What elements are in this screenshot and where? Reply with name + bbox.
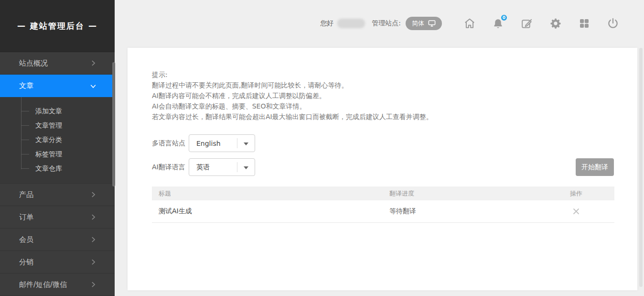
username-redacted [337, 19, 365, 28]
chevron-right-icon [90, 60, 97, 66]
tip-line: 若文章内容过长，翻译结果可能会超出AI最大输出窗口而被截断，完成后建议人工查看并… [152, 111, 433, 122]
start-translate-button[interactable]: 开始翻译 [576, 158, 614, 176]
sidebar-item-label: 会员 [19, 235, 33, 244]
site-language-pill[interactable]: 简体 [406, 17, 442, 30]
submenu-item-tag-manage[interactable]: 标签管理 [0, 147, 115, 161]
greeting-label: 您好 [320, 19, 333, 28]
sidebar-item-orders[interactable]: 订单 [0, 206, 115, 229]
chevron-right-icon [90, 214, 97, 220]
main-panel: 提示: 翻译过程中请不要关闭此页面,翻译时间可能比较长，请耐心等待。 AI翻译内… [128, 48, 637, 290]
select-divider [237, 138, 237, 148]
close-icon[interactable] [571, 206, 581, 217]
gear-icon[interactable] [549, 17, 562, 30]
monitor-icon [428, 20, 436, 27]
col-title: 标题 [152, 189, 389, 198]
chevron-right-icon [90, 191, 97, 198]
lang-pill-label: 简体 [412, 19, 424, 28]
page-scrollbar[interactable] [639, 48, 643, 287]
submenu-item-add-article[interactable]: 添加文章 [0, 104, 115, 118]
submenu-item-article-category[interactable]: 文章分类 [0, 132, 115, 147]
sidebar: — 建站管理后台 — 站点概况 文章 添加文章 文章管理 文章分类 标签管理 文… [0, 0, 115, 296]
app-title: — 建站管理后台 — [0, 0, 115, 52]
tip-line: 翻译过程中请不要关闭此页面,翻译时间可能比较长，请耐心等待。 [152, 80, 433, 90]
sidebar-item-distribution[interactable]: 分销 [0, 251, 115, 274]
chevron-right-icon [90, 281, 97, 288]
col-action: 操作 [538, 189, 614, 198]
caret-down-icon [244, 143, 248, 145]
chevron-down-icon [90, 83, 97, 89]
multilang-site-select[interactable]: English [189, 134, 255, 152]
tips-title: 提示: [152, 69, 433, 80]
tip-line: AI会自动翻译文章的标题、摘要、SEO和文章详情。 [152, 101, 433, 111]
edit-icon[interactable] [520, 17, 533, 30]
sidebar-item-label: 站点概况 [19, 59, 48, 68]
sidebar-item-label: 订单 [19, 213, 33, 222]
notification-badge: 0 [500, 14, 508, 22]
chevron-right-icon [90, 236, 97, 243]
row-progress: 等待翻译 [389, 207, 538, 216]
sidebar-scrollbar[interactable] [112, 62, 115, 186]
col-progress: 翻译进度 [389, 189, 538, 198]
grid-icon[interactable] [578, 17, 590, 30]
sidebar-item-articles[interactable]: 文章 [0, 75, 115, 97]
caret-down-icon [244, 166, 248, 169]
row-title: 测试AI生成 [152, 207, 389, 216]
ai-language-select[interactable]: 英语 [189, 158, 255, 176]
tips-block: 提示: 翻译过程中请不要关闭此页面,翻译时间可能比较长，请耐心等待。 AI翻译内… [152, 69, 433, 122]
sidebar-item-label: 产品 [19, 190, 33, 199]
translation-table: 标题 翻译进度 操作 测试AI生成 等待翻译 [152, 186, 614, 223]
submenu-item-article-repo[interactable]: 文章仓库 [0, 161, 115, 175]
ai-language-label: AI翻译语言 [152, 163, 189, 172]
ai-language-value: 英语 [196, 163, 210, 172]
sidebar-item-members[interactable]: 会员 [0, 229, 115, 251]
submenu-item-article-manage[interactable]: 文章管理 [0, 118, 115, 132]
table-header: 标题 翻译进度 操作 [152, 186, 614, 200]
multilang-site-label: 多语言站点 [152, 139, 189, 148]
bell-icon[interactable]: 0 [492, 17, 504, 30]
multilang-site-value: English [196, 140, 221, 147]
sidebar-item-label: 分销 [19, 258, 33, 267]
sidebar-item-mail-sms-wechat[interactable]: 邮件/短信/微信 [0, 274, 115, 296]
select-divider [237, 162, 237, 172]
table-row: 测试AI生成 等待翻译 [152, 200, 614, 223]
articles-submenu: 添加文章 文章管理 文章分类 标签管理 文章仓库 [0, 97, 115, 184]
sidebar-item-site-overview[interactable]: 站点概况 [0, 52, 115, 75]
sidebar-item-products[interactable]: 产品 [0, 184, 115, 206]
manage-site-label: 管理站点: [372, 19, 401, 28]
tip-line: AI翻译内容可能会不精准，完成后建议人工调整以防偏差。 [152, 90, 433, 101]
sidebar-item-label: 邮件/短信/微信 [19, 280, 67, 289]
chevron-right-icon [90, 259, 97, 265]
topbar: 您好 管理站点: 简体 0 [115, 0, 644, 48]
home-icon[interactable] [463, 17, 476, 30]
power-icon[interactable] [606, 17, 619, 30]
sidebar-item-label: 文章 [19, 81, 33, 90]
